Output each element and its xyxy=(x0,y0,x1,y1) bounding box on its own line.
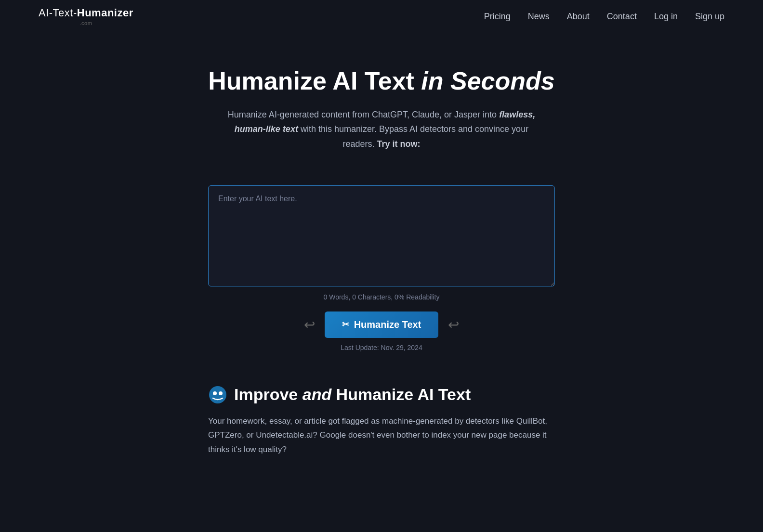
improve-title-plain: Improve xyxy=(234,385,303,403)
contact-link[interactable]: Contact xyxy=(607,12,637,21)
improve-title-italic: and xyxy=(303,385,331,403)
logo-text: AI-Text-Humanizer xyxy=(39,7,133,19)
svg-point-0 xyxy=(209,386,226,403)
nav-item-signup[interactable]: Sign up xyxy=(695,12,724,22)
hero-bold-text: flawless,human-like text xyxy=(235,110,535,134)
ai-text-input[interactable] xyxy=(208,185,555,286)
humanize-button[interactable]: ✂ Humanize Text xyxy=(325,311,439,338)
hero-title: Humanize AI Text in Seconds xyxy=(19,67,744,96)
nav-item-login[interactable]: Log in xyxy=(654,12,678,22)
signup-link[interactable]: Sign up xyxy=(695,12,724,21)
improve-body: Your homework, essay, or article got fla… xyxy=(208,414,555,457)
svg-point-1 xyxy=(213,391,217,395)
hero-cta-text: Try it now: xyxy=(377,139,421,149)
word-count-display: 0 Words, 0 Characters, 0% Readability xyxy=(208,293,555,301)
nav-links: Pricing News About Contact Log in Sign u… xyxy=(484,12,724,22)
improve-icon xyxy=(208,385,227,404)
scissors-icon: ✂ xyxy=(342,319,349,330)
nav-item-pricing[interactable]: Pricing xyxy=(484,12,511,22)
hero-title-plain: Humanize AI Text xyxy=(208,67,421,95)
improve-heading: Improve and Humanize AI Text xyxy=(208,385,555,404)
last-update-text: Last Update: Nov. 29, 2024 xyxy=(208,344,555,351)
nav-item-contact[interactable]: Contact xyxy=(607,12,637,22)
improve-title: Improve and Humanize AI Text xyxy=(234,385,471,404)
left-arrow-icon: ↩ xyxy=(304,317,315,333)
hero-title-italic: in Seconds xyxy=(421,67,554,95)
news-link[interactable]: News xyxy=(528,12,550,21)
right-arrow-icon: ↩ xyxy=(448,317,459,333)
nav-item-about[interactable]: About xyxy=(567,12,590,22)
about-link[interactable]: About xyxy=(567,12,590,21)
humanize-button-label: Humanize Text xyxy=(354,319,421,330)
logo[interactable]: AI-Text-Humanizer .com xyxy=(39,7,133,26)
improve-section: Improve and Humanize AI Text Your homewo… xyxy=(198,385,565,457)
login-link[interactable]: Log in xyxy=(654,12,678,21)
hero-section: Humanize AI Text in Seconds Humanize AI-… xyxy=(0,33,763,171)
hero-subtitle: Humanize AI-generated content from ChatG… xyxy=(218,107,545,152)
input-section: 0 Words, 0 Characters, 0% Readability ↩ … xyxy=(198,185,565,351)
button-row: ↩ ✂ Humanize Text ↩ xyxy=(208,311,555,338)
svg-point-2 xyxy=(219,391,223,395)
nav-item-news[interactable]: News xyxy=(528,12,550,22)
pricing-link[interactable]: Pricing xyxy=(484,12,511,21)
improve-title-after: Humanize AI Text xyxy=(331,385,471,403)
logo-subtitle: .com xyxy=(79,20,92,26)
navbar: AI-Text-Humanizer .com Pricing News Abou… xyxy=(0,0,763,33)
